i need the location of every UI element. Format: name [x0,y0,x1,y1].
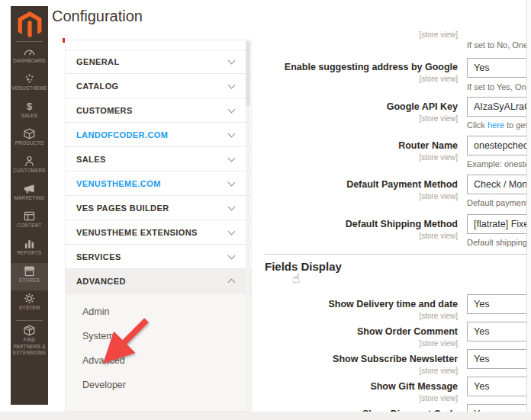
config-nav-customers[interactable]: CUSTOMERS [66,98,251,123]
marketing-icon [23,183,36,194]
sidebar-item-dashboard[interactable]: DASHBOARD [11,43,48,71]
sidebar-item-reports[interactable]: REPORTS [11,236,48,263]
field-note-cut: If set to No, Onestepche [467,40,531,50]
sidebar-item-content[interactable]: CONTENT [11,208,48,236]
chevron-down-icon [228,252,236,259]
enable-suggesting-select[interactable]: Yes [467,58,531,78]
default-shipping-note: Default shipping metho [467,238,531,247]
config-nav-venustheme-extensions[interactable]: VENUSTHEME EXTENSIONS [66,220,251,245]
accordion-scrollbar-thumb[interactable] [246,41,250,106]
field-label-enable-suggesting: Enable suggesting address by Google [sto… [253,59,458,83]
chevron-up-icon [228,279,236,287]
reports-icon [23,238,36,249]
submenu-item-developer[interactable]: Developer [66,373,251,397]
field-label-default-payment: Default Payment Method [store view] [253,177,458,200]
sidebar-item-products[interactable]: PRODUCTS [11,126,48,153]
sidebar-divider [16,320,43,321]
content-icon [23,210,36,222]
chevron-down-icon [228,81,236,88]
config-nav-catalog[interactable]: CATALOG [66,74,251,98]
sidebar-divider [16,41,43,42]
show-delivery-select[interactable]: Yes [467,294,531,314]
chevron-down-icon [228,227,236,235]
config-nav-sales[interactable]: SALES [66,147,251,172]
accordion-scrollbar[interactable] [246,41,250,410]
config-nav-services[interactable]: SERVICES [66,245,251,269]
sales-icon: $ [23,101,36,112]
field-label-google-api-key: Google API Key [store view] [253,99,458,123]
config-nav-landofcoder[interactable]: LANDOFCODER.COM [66,123,251,147]
chevron-down-icon [228,203,236,210]
sidebar-item-marketing[interactable]: MARKETING [11,181,48,208]
bottom-edge [0,412,531,420]
enable-suggesting-note: If set to Yes, Onestepch [467,82,531,91]
hand-cursor-icon: ☝ [292,271,300,286]
google-api-key-input[interactable] [467,97,531,117]
default-shipping-select[interactable]: [flatrate] Fixed [467,214,531,234]
products-icon [23,128,36,139]
stores-icon [23,265,36,277]
field-label-cut: [store view] [253,30,458,39]
field-label-show-gift-message: Show Gift Message [store view] [253,379,458,402]
sidebar-item-customers[interactable]: CUSTOMERS [11,153,48,181]
show-order-comment-select[interactable]: Yes [467,322,531,341]
fields-display-heading: Fields Display [265,260,342,273]
red-tick-mark [63,38,65,43]
api-key-link[interactable]: here [488,120,504,130]
chevron-down-icon [228,154,236,162]
customers-icon [23,155,36,167]
admin-sidebar: DASHBOARD VENUSTHEME $ SALES PRODUCTS CU… [11,6,48,405]
field-label-show-delivery: Show Delivery time and date [store view] [253,297,458,320]
field-label-router-name: Router Name [store view] [253,138,458,162]
router-name-input[interactable] [467,136,531,155]
sidebar-item-sales[interactable]: $ SALES [11,98,48,126]
browser-scrollbar[interactable] [526,0,531,412]
router-name-note: Example: onestepcheck [467,159,531,168]
sidebar-item-venustheme[interactable]: VENUSTHEME [11,71,48,98]
section-divider [265,254,531,255]
config-nav-ves-pages-builder[interactable]: VES PAGES BUILDER [66,196,251,220]
config-nav-advanced[interactable]: ADVANCED [66,269,251,293]
default-payment-note: Default payment metho [467,198,531,207]
magento-logo[interactable] [18,11,42,39]
sidebar-item-system[interactable]: SYSTEM [11,290,48,318]
show-gift-message-select[interactable]: Yes [467,377,531,396]
venustheme-icon [23,73,36,85]
field-label-show-subscribe: Show Subscribe Newsletter [store view] [253,351,458,375]
page-title: Configuration [52,8,143,25]
red-annotation-arrow [98,314,159,367]
config-nav-venustheme-com[interactable]: VENUSTHEME.COM [66,172,251,196]
system-icon [23,293,36,304]
sidebar-item-find-partners[interactable]: FIND PARTNERS & EXTENSIONS [11,322,48,356]
chevron-down-icon [228,178,236,186]
config-nav-general[interactable]: GENERAL [66,50,251,74]
chevron-down-icon [228,57,236,65]
find-partners-icon [23,325,36,336]
field-label-default-shipping: Default Shipping Method [store view] [253,216,458,240]
chevron-down-icon [228,130,236,137]
chevron-down-icon [228,105,236,113]
google-api-key-note: Click here to get API key [467,120,531,130]
dashboard-icon [23,46,36,57]
svg-text:$: $ [27,101,33,112]
default-payment-select[interactable]: Check / Money orde [467,175,531,194]
sidebar-item-stores[interactable]: STORES [11,263,48,290]
show-subscribe-select[interactable]: Yes [467,349,531,369]
field-label-show-order-comment: Show Order Comment [store view] [253,324,458,348]
